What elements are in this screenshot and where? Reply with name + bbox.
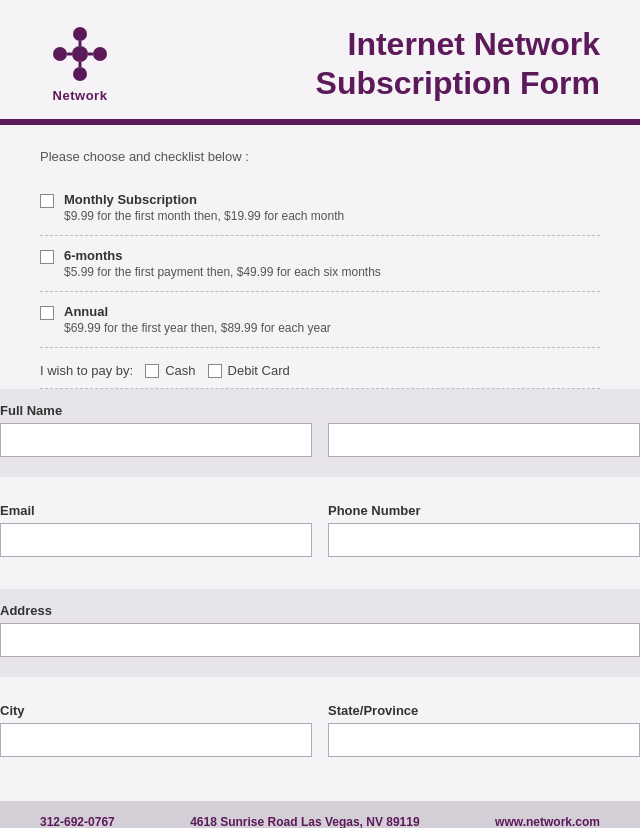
firstname-field-wrapper <box>0 423 312 457</box>
logo-area: Network <box>40 24 120 103</box>
state-group: State/Province <box>328 703 640 757</box>
header: Network Internet Network Subscription Fo… <box>0 0 640 119</box>
email-group: Email <box>0 503 312 557</box>
footer-address: 4618 Sunrise Road Las Vegas, NV 89119 <box>190 815 419 828</box>
phone-label: Phone Number <box>328 503 640 518</box>
checkbox-annual[interactable] <box>40 306 54 320</box>
email-phone-row: Email Phone Number <box>0 503 640 571</box>
logo-label: Network <box>53 88 108 103</box>
annual-title: Annual <box>64 304 331 319</box>
checkbox-cash[interactable] <box>145 364 159 378</box>
firstname-input[interactable] <box>0 423 312 457</box>
checkbox-sixmonths[interactable] <box>40 250 54 264</box>
lastname-input[interactable] <box>328 423 640 457</box>
email-input[interactable] <box>0 523 312 557</box>
cash-label: Cash <box>165 363 195 378</box>
svg-point-2 <box>73 67 87 81</box>
checkbox-debit[interactable] <box>208 364 222 378</box>
header-title-line2: Subscription Form <box>144 64 600 102</box>
address-group: Address <box>0 603 640 657</box>
state-input[interactable] <box>328 723 640 757</box>
subscription-option-monthly: Monthly Subscription $9.99 for the first… <box>40 180 600 236</box>
payment-option-debit: Debit Card <box>208 362 290 378</box>
footer-website: www.network.com <box>495 815 600 828</box>
lastname-field-wrapper <box>328 423 640 457</box>
sixmonths-desc: $5.99 for the first payment then, $49.99… <box>64 265 381 279</box>
checkbox-monthly[interactable] <box>40 194 54 208</box>
footer: 312-692-0767 4618 Sunrise Road Las Vegas… <box>0 801 640 828</box>
annual-desc: $69.99 for the first year then, $89.99 f… <box>64 321 331 335</box>
fullname-row <box>0 423 640 457</box>
monthly-content: Monthly Subscription $9.99 for the first… <box>64 192 344 223</box>
email-label: Email <box>0 503 312 518</box>
city-input[interactable] <box>0 723 312 757</box>
payment-row: I wish to pay by: Cash Debit Card <box>40 348 600 389</box>
city-state-row: City State/Province <box>0 703 640 771</box>
fullname-group: Full Name <box>0 403 640 457</box>
city-label: City <box>0 703 312 718</box>
debit-label: Debit Card <box>228 363 290 378</box>
city-group: City <box>0 703 312 757</box>
fullname-label: Full Name <box>0 403 640 418</box>
payment-option-cash: Cash <box>145 362 195 378</box>
svg-point-1 <box>73 27 87 41</box>
phone-input[interactable] <box>328 523 640 557</box>
gap1 <box>0 477 640 489</box>
address-section: Address <box>0 589 640 677</box>
payment-label: I wish to pay by: <box>40 363 133 378</box>
subscription-option-annual: Annual $69.99 for the first year then, $… <box>40 292 600 348</box>
fullname-section: Full Name <box>0 389 640 477</box>
email-phone-section: Email Phone Number <box>0 489 640 577</box>
annual-content: Annual $69.99 for the first year then, $… <box>64 304 331 335</box>
address-input[interactable] <box>0 623 640 657</box>
gap2 <box>0 577 640 589</box>
sixmonths-content: 6-months $5.99 for the first payment the… <box>64 248 381 279</box>
phone-group: Phone Number <box>328 503 640 557</box>
address-label: Address <box>0 603 640 618</box>
sixmonths-title: 6-months <box>64 248 381 263</box>
page: Network Internet Network Subscription Fo… <box>0 0 640 828</box>
footer-phone: 312-692-0767 <box>40 815 115 828</box>
instructions-text: Please choose and checklist below : <box>40 149 600 164</box>
bottom-spacer <box>0 777 640 801</box>
form-body: Please choose and checklist below : Mont… <box>0 125 640 389</box>
monthly-desc: $9.99 for the first month then, $19.99 f… <box>64 209 344 223</box>
subscription-option-sixmonths: 6-months $5.99 for the first payment the… <box>40 236 600 292</box>
monthly-title: Monthly Subscription <box>64 192 344 207</box>
network-logo-icon <box>50 24 110 84</box>
svg-point-0 <box>72 46 88 62</box>
svg-point-4 <box>93 47 107 61</box>
header-title-line1: Internet Network <box>144 25 600 63</box>
state-label: State/Province <box>328 703 640 718</box>
svg-point-3 <box>53 47 67 61</box>
header-title: Internet Network Subscription Form <box>144 25 600 102</box>
city-state-section: City State/Province <box>0 689 640 777</box>
gap3 <box>0 677 640 689</box>
